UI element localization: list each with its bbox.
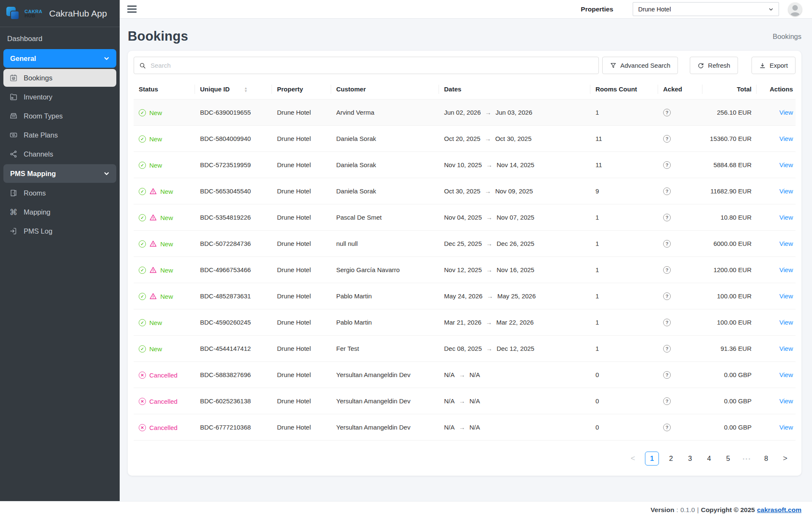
sidebar-item-channels[interactable]: Channels	[3, 145, 116, 163]
question-circle-icon[interactable]: ?	[663, 397, 671, 405]
warning-triangle-icon	[149, 292, 157, 300]
pager-next-button[interactable]: >	[778, 452, 792, 466]
menu-toggle-button[interactable]	[127, 6, 137, 13]
view-link[interactable]: View	[779, 424, 793, 431]
sidebar-item-general[interactable]: General	[3, 49, 116, 68]
question-circle-icon[interactable]: ?	[663, 319, 671, 326]
sort-icon[interactable]: ▲▼	[244, 87, 247, 93]
sidebar-item-mapping[interactable]: ⌘ Mapping	[3, 203, 116, 221]
view-link[interactable]: View	[779, 161, 793, 168]
view-link[interactable]: View	[779, 214, 793, 221]
question-circle-icon[interactable]: ?	[663, 161, 671, 169]
table-row[interactable]: ✓ New BDC-4852873631 Drune Hotel Pablo M…	[134, 283, 796, 309]
pager-ellipsis: •••	[740, 452, 754, 466]
warning-triangle-icon	[149, 214, 157, 221]
chevron-down-icon	[104, 171, 110, 176]
property-select[interactable]: Drune Hotel	[633, 2, 779, 16]
sidebar-item-bookings[interactable]: Bookings	[3, 69, 116, 87]
arrow-right-icon: →	[486, 266, 492, 273]
question-circle-icon[interactable]: ?	[663, 240, 671, 248]
sidebar-item-label: Inventory	[24, 93, 52, 101]
sidebar-item-label: Bookings	[24, 74, 52, 82]
view-link[interactable]: View	[779, 109, 793, 116]
search-input[interactable]	[150, 61, 593, 69]
date-to: Dec 26, 2025	[497, 240, 534, 247]
sidebar-item-inventory[interactable]: Inventory	[3, 88, 116, 106]
table-row[interactable]: ✓ New BDC-5723519959 Drune Hotel Daniela…	[134, 152, 796, 178]
question-circle-icon[interactable]: ?	[663, 214, 671, 221]
view-link[interactable]: View	[779, 266, 793, 273]
advanced-search-label: Advanced Search	[620, 62, 670, 69]
question-circle-icon[interactable]: ?	[663, 135, 671, 143]
column-header-actions: Actions	[757, 79, 796, 99]
customer-name: Yersultan Amangeldin Dev	[331, 414, 439, 441]
avatar[interactable]	[788, 3, 802, 16]
table-row[interactable]: ✓ New BDC-4544147412 Drune Hotel Fer Tes…	[134, 336, 796, 362]
advanced-search-button[interactable]: Advanced Search	[602, 57, 678, 74]
breadcrumb[interactable]: Bookings	[773, 33, 801, 41]
date-to: N/A	[469, 424, 480, 431]
total-amount: 0.00 GBP	[702, 414, 757, 441]
table-row[interactable]: ✕ Cancelled BDC-6777210368 Drune Hotel Y…	[134, 414, 796, 441]
pagination: <12345•••8>	[134, 441, 796, 473]
sidebar-item-rooms[interactable]: Rooms	[3, 184, 116, 202]
pager-page-5[interactable]: 5	[721, 452, 735, 466]
view-link[interactable]: View	[779, 292, 793, 300]
total-amount: 100.00 EUR	[702, 309, 757, 336]
sidebar: CAKRAHUB CakraHub App Dashboard General …	[0, 0, 120, 501]
export-button[interactable]: Export	[752, 57, 796, 74]
pager-page-4[interactable]: 4	[702, 452, 716, 466]
date-to: Oct 30, 2025	[495, 135, 532, 142]
rooms-count: 0	[590, 362, 658, 388]
export-label: Export	[770, 62, 788, 69]
table-row[interactable]: ✕ Cancelled BDC-6025236138 Drune Hotel Y…	[134, 388, 796, 414]
pager-page-2[interactable]: 2	[664, 452, 678, 466]
view-link[interactable]: View	[779, 319, 793, 326]
column-header-unique-id[interactable]: Unique ID▲▼	[195, 79, 272, 99]
question-circle-icon[interactable]: ?	[663, 266, 671, 274]
sidebar-item-room-types[interactable]: Room Types	[3, 107, 116, 125]
properties-label: Properties	[581, 6, 613, 13]
view-link[interactable]: View	[779, 240, 793, 247]
table-row[interactable]: ✓ New BDC-4590260245 Drune Hotel Pablo M…	[134, 309, 796, 336]
total-amount: 6000.00 EUR	[702, 231, 757, 257]
refresh-label: Refresh	[708, 62, 730, 69]
question-circle-icon[interactable]: ?	[663, 424, 671, 431]
question-circle-icon[interactable]: ?	[663, 187, 671, 195]
pager-page-3[interactable]: 3	[683, 452, 697, 466]
arrow-right-icon: →	[459, 424, 465, 431]
sidebar-item-rate-plans[interactable]: Rate Plans	[3, 126, 116, 144]
pager-page-8[interactable]: 8	[759, 452, 773, 466]
refresh-button[interactable]: Refresh	[690, 57, 738, 74]
view-link[interactable]: View	[779, 371, 793, 378]
property-name: Drune Hotel	[272, 231, 331, 257]
property-name: Drune Hotel	[272, 309, 331, 336]
sidebar-item-pms-mapping[interactable]: PMS Mapping	[3, 164, 116, 183]
cakrasoft-link[interactable]: cakrasoft.com	[757, 506, 801, 514]
table-row[interactable]: ✓ New BDC-5354819226 Drune Hotel Pascal …	[134, 204, 796, 231]
table-row[interactable]: ✓ New BDC-5072284736 Drune Hotel null nu…	[134, 231, 796, 257]
view-link[interactable]: View	[779, 187, 793, 195]
table-row[interactable]: ✓ New BDC-4966753466 Drune Hotel Sergio …	[134, 257, 796, 283]
brand[interactable]: CAKRAHUB CakraHub App	[0, 0, 120, 27]
rooms-count: 1	[590, 257, 658, 283]
view-link[interactable]: View	[779, 345, 793, 352]
table-row[interactable]: ✕ Cancelled BDC-5883827696 Drune Hotel Y…	[134, 362, 796, 388]
table-row[interactable]: ✓ New BDC-5653045540 Drune Hotel Daniela…	[134, 178, 796, 204]
date-from: Oct 20, 2025	[444, 135, 480, 142]
view-link[interactable]: View	[779, 397, 793, 405]
question-circle-icon[interactable]: ?	[663, 371, 671, 379]
customer-name: Fer Test	[331, 336, 439, 362]
arrow-right-icon: →	[486, 240, 492, 247]
table-row[interactable]: ✓ New BDC-6390019655 Drune Hotel Arvind …	[134, 99, 796, 126]
view-link[interactable]: View	[779, 135, 793, 142]
question-circle-icon[interactable]: ?	[663, 109, 671, 116]
question-circle-icon[interactable]: ?	[663, 292, 671, 300]
sidebar-item-pms-log[interactable]: PMS Log	[3, 222, 116, 240]
customer-name: Daniela Sorak	[331, 152, 439, 178]
pager-prev-button[interactable]: <	[626, 452, 640, 466]
pager-page-1[interactable]: 1	[645, 452, 659, 466]
table-row[interactable]: ✓ New BDC-5804009940 Drune Hotel Daniela…	[134, 126, 796, 152]
question-circle-icon[interactable]: ?	[663, 345, 671, 353]
arrow-right-icon: →	[486, 319, 492, 326]
